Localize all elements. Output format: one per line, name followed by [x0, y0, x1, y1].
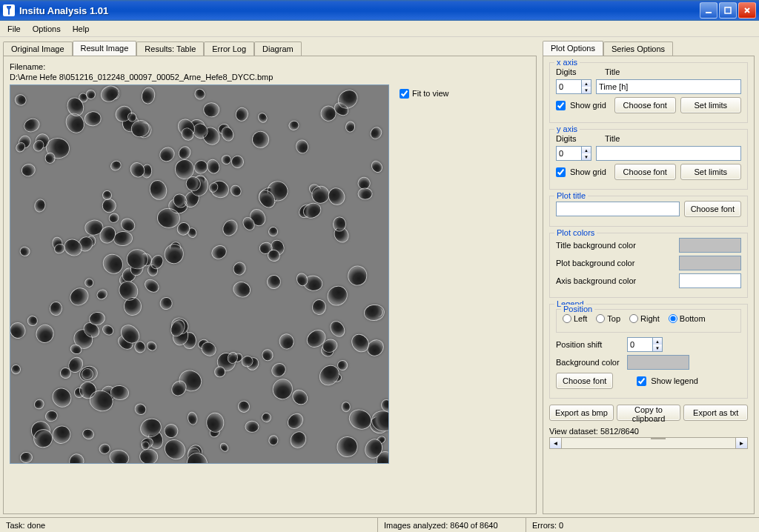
yaxis-digits-spinner[interactable]: ▲▼ [556, 146, 591, 161]
yaxis-title-label: Title [605, 134, 741, 143]
legend-position-legend: Position [561, 305, 594, 313]
minimize-button[interactable] [700, 2, 717, 19]
legend-pos-top-label: Top [607, 314, 620, 323]
xaxis-title-label: Title [605, 67, 741, 76]
export-bmp-button[interactable]: Export as bmp [549, 405, 614, 421]
xaxis-digits-input[interactable] [556, 79, 581, 94]
legend-group: Legend Position Left Top Right [549, 304, 748, 399]
left-panel: Filename: D:\Arne Hefe 8\051216_012248_0… [3, 56, 537, 514]
dataset-scrollbar[interactable]: ◄ ► [549, 437, 748, 449]
dataset-label: View dataset: 5812/8640 [549, 427, 748, 436]
spinner-down-icon[interactable]: ▼ [653, 345, 662, 351]
tab-series-options[interactable]: Series Options [603, 41, 673, 56]
close-button[interactable] [738, 2, 756, 19]
xaxis-showgrid-checkbox[interactable] [556, 101, 566, 110]
fit-to-view-checkbox[interactable] [400, 89, 409, 99]
yaxis-showgrid-checkbox[interactable] [556, 167, 566, 177]
legend-position-group: Position Left Top Right Bottom [556, 309, 741, 333]
tab-error-log[interactable]: Error Log [204, 41, 254, 56]
result-image [10, 84, 389, 464]
legend-bg-swatch[interactable] [627, 355, 689, 370]
svg-rect-0 [706, 12, 712, 13]
svg-rect-1 [725, 7, 731, 13]
yaxis-showgrid-label: Show grid [570, 167, 610, 176]
left-tabs: Original Image Result Image Results: Tab… [3, 41, 537, 56]
plotcolors-group: Plot colors Title background color Plot … [549, 233, 748, 298]
spinner-up-icon[interactable]: ▲ [653, 338, 662, 345]
spinner-up-icon[interactable]: ▲ [582, 147, 591, 153]
legend-pos-right-label: Right [640, 314, 660, 323]
xaxis-title-input[interactable] [596, 79, 741, 94]
plottitle-choosefont-button[interactable]: Choose font [684, 201, 741, 217]
status-task: Task: done [0, 518, 378, 532]
axisbg-swatch[interactable] [679, 273, 741, 288]
copy-clipboard-button[interactable]: Copy to clipboard [617, 405, 681, 421]
xaxis-showgrid-label: Show grid [570, 101, 610, 110]
tab-result-image[interactable]: Result Image [73, 41, 137, 56]
fit-to-view-label: Fit to view [412, 89, 449, 98]
plottitle-input[interactable] [556, 202, 680, 216]
legend-choosefont-button[interactable]: Choose font [556, 373, 613, 389]
legend-show-checkbox[interactable] [637, 376, 646, 386]
scroll-right-icon[interactable]: ► [735, 438, 747, 448]
right-tabs: Plot Options Series Options [543, 41, 755, 56]
spinner-down-icon[interactable]: ▼ [582, 153, 591, 160]
legend-pos-bottom-radio[interactable] [669, 314, 677, 323]
yaxis-title-input[interactable] [596, 146, 741, 161]
legend-shift-input[interactable] [627, 337, 652, 352]
menu-file[interactable]: File [1, 23, 27, 35]
legend-bg-label: Background color [556, 358, 623, 367]
scroll-left-icon[interactable]: ◄ [550, 438, 562, 448]
legend-pos-top-radio[interactable] [596, 314, 605, 323]
legend-show-label: Show legend [651, 376, 698, 385]
xaxis-choosefont-button[interactable]: Choose font [614, 97, 676, 113]
statusbar: Task: done Images analyzed: 8640 of 8640… [0, 517, 759, 532]
yaxis-group: y axis Digits Title ▲▼ [549, 129, 748, 190]
xaxis-digits-spinner[interactable]: ▲▼ [556, 79, 591, 94]
legend-pos-bottom-label: Bottom [680, 314, 706, 323]
app-icon [3, 4, 15, 16]
right-panel: x axis Digits Title ▲▼ [543, 56, 755, 514]
legend-shift-spinner[interactable]: ▲▼ [627, 337, 663, 352]
export-txt-button[interactable]: Export as txt [683, 405, 748, 421]
titlebg-swatch[interactable] [679, 238, 741, 253]
legend-pos-left-label: Left [574, 314, 587, 323]
plottitle-legend: Plot title [554, 191, 588, 200]
status-errors: Errors: 0 [526, 518, 759, 532]
status-analyzed: Images analyzed: 8640 of 8640 [378, 518, 526, 532]
xaxis-digits-label: Digits [556, 67, 600, 76]
window-controls [700, 2, 756, 19]
titlebg-label: Title background color [556, 241, 675, 250]
plotcolors-legend: Plot colors [554, 228, 597, 237]
tab-original-image[interactable]: Original Image [3, 41, 73, 56]
legend-pos-right-radio[interactable] [629, 314, 638, 323]
yaxis-digits-input[interactable] [556, 146, 581, 161]
window-title: Insitu Analysis 1.01 [19, 5, 700, 16]
legend-pos-left-radio[interactable] [563, 314, 571, 323]
menubar: File Options Help [0, 21, 759, 37]
tab-plot-options[interactable]: Plot Options [543, 41, 603, 56]
filename-path: D:\Arne Hefe 8\051216_012248_00097_00052… [10, 73, 530, 82]
yaxis-legend: y axis [554, 124, 580, 133]
menu-help[interactable]: Help [67, 23, 96, 35]
maximize-button[interactable] [719, 2, 737, 19]
xaxis-legend: x axis [554, 58, 580, 67]
filename-label: Filename: [10, 62, 530, 71]
xaxis-setlimits-button[interactable]: Set limits [680, 97, 742, 113]
plotbg-swatch[interactable] [679, 256, 741, 270]
tab-diagram[interactable]: Diagram [254, 41, 302, 56]
plottitle-group: Plot title Choose font [549, 196, 748, 227]
yaxis-digits-label: Digits [556, 134, 600, 143]
titlebar: Insitu Analysis 1.01 [0, 0, 759, 21]
spinner-up-icon[interactable]: ▲ [582, 80, 591, 87]
axisbg-label: Axis background color [556, 276, 675, 285]
tab-results-table[interactable]: Results: Table [136, 41, 204, 56]
scroll-thumb[interactable] [651, 438, 666, 439]
menu-options[interactable]: Options [27, 23, 67, 35]
plotbg-label: Plot background color [556, 259, 675, 267]
yaxis-setlimits-button[interactable]: Set limits [680, 164, 742, 180]
xaxis-group: x axis Digits Title ▲▼ [549, 62, 748, 123]
legend-shift-label: Position shift [556, 340, 623, 349]
spinner-down-icon[interactable]: ▼ [582, 87, 591, 93]
yaxis-choosefont-button[interactable]: Choose font [614, 164, 676, 180]
